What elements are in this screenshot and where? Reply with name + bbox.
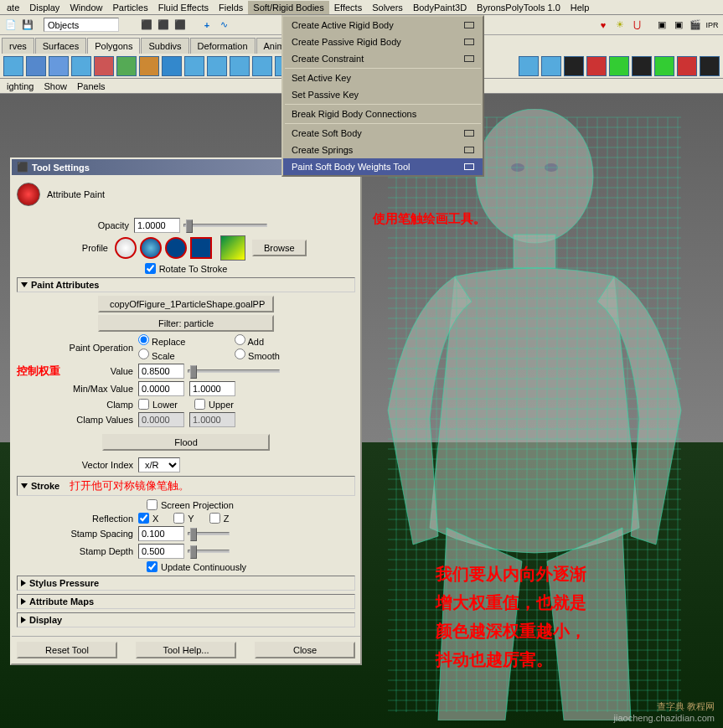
render-icon[interactable]: ▣ [654,18,669,33]
tool-help-button[interactable]: Tool Help... [136,642,236,658]
menu-window[interactable]: Window [65,1,107,14]
opacity-input[interactable] [134,218,180,233]
spacing-input[interactable] [138,526,184,541]
menu-display[interactable]: Display [24,1,65,14]
tool-icon[interactable]: ⬛ [139,18,154,33]
tool-icon[interactable]: ⬛ [156,18,171,33]
shelf-icon[interactable] [94,56,114,76]
profile-gaussian[interactable] [115,237,137,259]
filter-button[interactable]: Filter: particle [98,315,274,332]
shelf-icon[interactable] [184,56,204,76]
selection-mode-combo[interactable] [44,18,119,32]
opacity-slider[interactable] [183,224,267,227]
shelf-icon[interactable] [586,56,607,76]
shelf-icon[interactable] [162,56,182,76]
menu-solvers[interactable]: Solvers [367,1,408,14]
menu-bodypaintd[interactable]: BodyPaint3D [408,1,472,14]
shape-button[interactable]: copyOfFigure_1ParticleShape.goalPP [98,296,274,312]
menu-help[interactable]: Help [565,1,595,14]
plus-icon[interactable]: + [199,18,214,33]
browse-button[interactable]: Browse [252,240,307,256]
tool-icon[interactable]: ⬛ [173,18,188,33]
option-box-icon[interactable] [464,147,474,153]
tab-rves[interactable]: rves [2,38,34,54]
menu-item[interactable]: Set Active Key [283,70,483,86]
magnet-icon[interactable]: ⋃ [629,18,644,33]
shelf-icon[interactable] [564,56,584,76]
depth-slider[interactable] [188,550,230,553]
profile-solid[interactable] [165,237,187,259]
section-display[interactable]: Display [17,612,355,627]
screen-proj-checkbox[interactable] [147,499,158,510]
tab-surfaces[interactable]: Surfaces [35,38,86,54]
light-icon[interactable]: ☀ [612,18,627,33]
shelf-icon[interactable] [632,56,652,76]
menu-fields[interactable]: Fields [214,1,248,14]
paint-attributes-header[interactable]: Paint Attributes [17,277,355,292]
op-add[interactable]: Add [235,334,306,347]
shelf-icon[interactable] [609,56,629,76]
option-box-icon[interactable] [464,130,474,137]
op-smooth[interactable]: Smooth [235,349,306,361]
tab-subdivs[interactable]: Subdivs [141,38,188,54]
vector-select[interactable]: x/R [138,457,180,472]
rotate-checkbox[interactable] [145,263,156,274]
menu-softrigidbodies[interactable]: Soft/Rigid Bodies [248,1,328,14]
shelf-icon[interactable] [139,56,159,76]
menu-fluideffects[interactable]: Fluid Effects [153,1,214,14]
update-checkbox[interactable] [147,561,158,572]
menu-byronspolytools[interactable]: ByronsPolyTools 1.0 [472,1,565,14]
menu-item[interactable]: Paint Soft Body Weights Tool [283,158,483,175]
flood-button[interactable]: Flood [102,434,270,451]
lower-checkbox[interactable] [138,399,149,410]
value-slider[interactable] [188,369,280,373]
shelf-icon[interactable] [71,56,91,76]
save-icon[interactable]: 💾 [20,18,35,33]
heart-icon[interactable]: ♥ [596,18,611,33]
tab-deformation[interactable]: Deformation [190,38,256,54]
menu-item[interactable]: Create Springs [283,142,483,158]
min-input[interactable] [138,381,184,396]
shelf-icon[interactable] [230,56,250,76]
ipr-icon[interactable]: IPR [705,18,720,33]
shelf-icon[interactable] [116,56,137,76]
value-input[interactable] [138,364,184,379]
profile-soft[interactable] [140,237,162,259]
section-stylus-pressure[interactable]: Stylus Pressure [17,576,355,591]
viewport-menu-item[interactable]: ighting [7,81,34,91]
new-icon[interactable]: 📄 [3,18,18,33]
shelf-icon[interactable] [541,56,561,76]
viewport-menu-item[interactable]: Panels [77,81,106,91]
refl-x-checkbox[interactable] [138,513,149,524]
tab-polygons[interactable]: Polygons [87,38,140,54]
menu-particles[interactable]: Particles [108,1,153,14]
viewport-menu-item[interactable]: Show [44,81,67,91]
profile-square[interactable] [190,237,212,259]
option-box-icon[interactable] [464,22,474,28]
upper-checkbox[interactable] [194,399,205,410]
menu-ate[interactable]: ate [2,1,24,14]
shelf-icon[interactable] [252,56,272,76]
curve-icon[interactable]: ∿ [216,18,231,33]
menu-item[interactable]: Create Constraint [283,50,483,67]
op-replace[interactable]: Replace [138,334,209,347]
depth-input[interactable] [138,544,184,559]
spacing-slider[interactable] [188,532,230,535]
menu-item[interactable]: Create Passive Rigid Body [283,34,483,50]
close-button[interactable]: Close [255,642,355,658]
shelf-icon[interactable] [677,56,697,76]
shelf-icon[interactable] [654,56,674,76]
refl-y-checkbox[interactable] [173,513,184,524]
refl-z-checkbox[interactable] [209,513,220,524]
option-box-icon[interactable] [464,39,474,45]
shelf-icon[interactable] [700,56,720,76]
menu-item[interactable]: Break Rigid Body Connections [283,106,483,122]
clapper-icon[interactable]: 🎬 [688,18,703,33]
menu-item[interactable]: Create Soft Body [283,125,483,142]
op-scale[interactable]: Scale [138,349,209,361]
menu-effects[interactable]: Effects [329,1,367,14]
shelf-icon[interactable] [207,56,227,76]
option-box-icon[interactable] [464,163,474,170]
reset-tool-button[interactable]: Reset Tool [17,642,117,658]
shelf-icon[interactable] [519,56,539,76]
